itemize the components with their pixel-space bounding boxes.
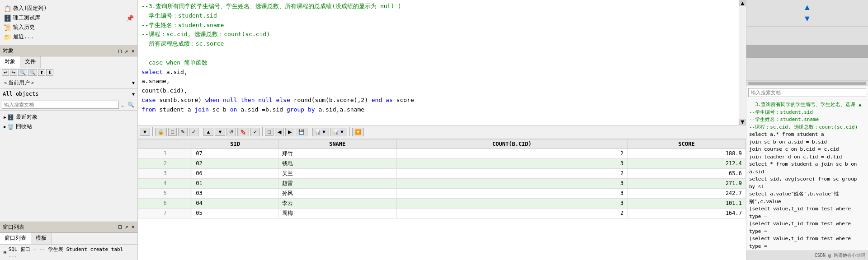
object-section-header: 对象 □ ↗ ✕	[0, 46, 137, 56]
separator2	[201, 127, 201, 136]
col-header-sname[interactable]: SNAME	[278, 139, 396, 149]
rs-h-scroll[interactable]	[746, 81, 868, 86]
cell-sname: 赵雷	[278, 178, 396, 188]
toolbar-btn-up[interactable]: ⬆	[38, 69, 45, 76]
rs-line: --3.查询所有同学的学生编号、学生姓名、选课 ▲	[749, 101, 865, 109]
rs-search-input[interactable]	[748, 88, 866, 97]
save-btn[interactable]: 💾	[296, 128, 307, 136]
rs-line: (select value,t_id from test where type …	[749, 220, 865, 235]
expand-icon2: ▶	[4, 124, 6, 129]
toolbar-btn-down[interactable]: ⬇	[46, 69, 53, 76]
editor-scrollbar[interactable]: ▲ ▼	[739, 0, 746, 125]
filter-down-btn[interactable]: ▼	[215, 128, 225, 136]
table-icon: 📋	[4, 5, 11, 12]
tab-file[interactable]: 文件	[20, 56, 41, 68]
cell-sname: 孙风	[278, 188, 396, 198]
toolbar-btn-search2[interactable]: 🔍	[28, 69, 37, 76]
check-btn[interactable]: ✓	[250, 128, 260, 136]
tab-object[interactable]: 对象	[0, 56, 20, 68]
exec-dropdown-btn[interactable]: ▼	[140, 128, 150, 136]
tab-template[interactable]: 模板	[31, 233, 52, 244]
cell-sid: 03	[192, 188, 278, 198]
tree-item-jiaru[interactable]: 📋 教入(固定列)	[2, 4, 136, 13]
table-row[interactable]: 1 07 郑竹 2 188.9	[138, 149, 746, 158]
table-row[interactable]: 3 06 吴兰 2 65.6	[138, 168, 746, 178]
toolbar-btn-back[interactable]: ↩	[2, 69, 9, 76]
cell-sid: 02	[192, 158, 278, 168]
filter-up-btn[interactable]: ▲	[203, 128, 214, 136]
col-header-score[interactable]: SCORE	[627, 139, 746, 149]
sql-editor[interactable]: --3.查询所有同学的学生编号、学生姓名、选课总数、所有课程的总成绩(没成绩的显…	[138, 0, 746, 125]
main-area: --3.查询所有同学的学生编号、学生姓名、选课总数、所有课程的总成绩(没成绩的显…	[138, 0, 746, 260]
cell-score: 271.9	[627, 178, 746, 188]
toolbar-btn-search1[interactable]: 🔍	[18, 69, 27, 76]
row-num: 1	[138, 149, 192, 158]
object-search-box: ... 🔍	[0, 99, 137, 111]
chart-btn[interactable]: 📊▼	[312, 128, 329, 136]
refresh-btn[interactable]: ↺	[226, 128, 236, 136]
rs-line: join teacher d on c.tid = d.tid	[749, 153, 865, 161]
col-header-sid[interactable]: SID	[192, 139, 278, 149]
toolbar-btn-forward[interactable]: ↪	[10, 69, 17, 76]
window-item-sql[interactable]: ⊞ SQL 窗口 - -- 学生表 Student create tabl ..…	[0, 245, 137, 260]
filter-btn[interactable]: 🔽	[352, 128, 364, 136]
cell-count: 3	[396, 188, 627, 198]
search-btn[interactable]: ...	[119, 102, 126, 108]
object-search-input[interactable]	[2, 101, 119, 109]
table-row[interactable]: 6 04 李云 3 101.1	[138, 198, 746, 208]
table-row[interactable]: 5 03 孙风 3 242.7	[138, 188, 746, 198]
rs-down-btn[interactable]: ▼	[802, 13, 812, 24]
rs-search-box	[746, 86, 868, 99]
rs-line: select sid, avg(score) from sc group by …	[749, 176, 865, 190]
db-icon2: 🗄️	[7, 114, 14, 121]
tab-window-list[interactable]: 窗口列表	[0, 233, 31, 244]
recent-objects-item[interactable]: ▶ 🗄️ 最近对象	[2, 112, 136, 122]
separator4	[310, 127, 310, 136]
copy-btn[interactable]: □	[168, 128, 177, 136]
cell-count: 2	[396, 168, 627, 178]
col-header-count[interactable]: COUNT(B.CID)	[396, 139, 627, 149]
scroll-down-icon[interactable]: ▼	[739, 119, 746, 125]
result-table-area: SID SNAME COUNT(B.CID) SCORE 1 07 郑竹 2 1…	[138, 139, 746, 260]
row-num: 2	[138, 158, 192, 168]
right-sidebar: ▲ ▼ --3.查询所有同学的学生编号、学生姓名、选课 ▲--学生编号：stud…	[746, 0, 868, 260]
rs-up-btn[interactable]: ▲	[802, 2, 812, 13]
row-num: 6	[138, 198, 192, 208]
tree-item-recent[interactable]: 📁 最近...	[2, 32, 136, 42]
table-btn[interactable]: □	[265, 128, 274, 136]
cell-sname: 周梅	[278, 208, 396, 218]
rs-scroll-thumb	[746, 45, 868, 58]
scroll-up-icon[interactable]: ▲	[739, 0, 746, 6]
window-sql-icon: ⊞	[4, 250, 7, 255]
result-toolbar: ▼ 🔒 □ ✎ ✓ ▲ ▼ ↺ 🔖 ✓ □ ◀ ▶ 💾 📊▼ 📊▼ 🔽	[138, 125, 746, 139]
chevron-down-icon2: ▼	[132, 92, 135, 97]
lock-btn[interactable]: 🔒	[155, 128, 167, 136]
cell-sid: 06	[192, 168, 278, 178]
sql-line-9: a.sname,	[142, 77, 742, 86]
left-sidebar: 📋 教入(固定列) 🗄️ 理工测试库 📌 📜 输入历史 📁 最近... 对象 □…	[0, 0, 138, 260]
sql-line-4: --课程：sc.cid, 选课总数：count(sc.cid)	[142, 30, 742, 39]
tree-item-history[interactable]: 📜 输入历史	[2, 23, 136, 32]
all-objects-dropdown[interactable]: All objects ▼	[0, 89, 137, 99]
trash-item[interactable]: ▶ 🗑️ 回收站	[2, 122, 136, 131]
table-row[interactable]: 2 02 钱电 3 212.4	[138, 158, 746, 168]
confirm-btn[interactable]: ✓	[189, 128, 198, 136]
table-row[interactable]: 4 01 赵雷 3 271.9	[138, 178, 746, 188]
table-row[interactable]: 7 05 周梅 2 164.7	[138, 208, 746, 218]
next-btn[interactable]: ▶	[285, 128, 294, 136]
rs-scrollbar[interactable]	[746, 27, 868, 81]
sql-line-8: select a.sid,	[142, 68, 742, 77]
grid-btn[interactable]: 📊▼	[330, 128, 347, 136]
rs-top-arrows: ▲ ▼	[746, 0, 868, 27]
prev-btn[interactable]: ◀	[275, 128, 284, 136]
sql-line-1: --3.查询所有同学的学生编号、学生姓名、选课总数、所有课程的总成绩(没成绩的显…	[142, 2, 742, 11]
tree-item-db[interactable]: 🗄️ 理工测试库 📌	[2, 13, 136, 23]
rs-line: --学生编号：student.sid	[749, 109, 865, 116]
current-user-dropdown[interactable]: ＜当前用户＞ ▼	[0, 77, 137, 89]
search-icon-btn[interactable]: 🔍	[126, 102, 136, 108]
edit-btn[interactable]: ✎	[178, 128, 188, 136]
bookmark-btn[interactable]: 🔖	[237, 128, 249, 136]
recent-icon: 📁	[4, 33, 11, 41]
cell-sname: 郑竹	[278, 149, 396, 158]
cell-count: 3	[396, 158, 627, 168]
